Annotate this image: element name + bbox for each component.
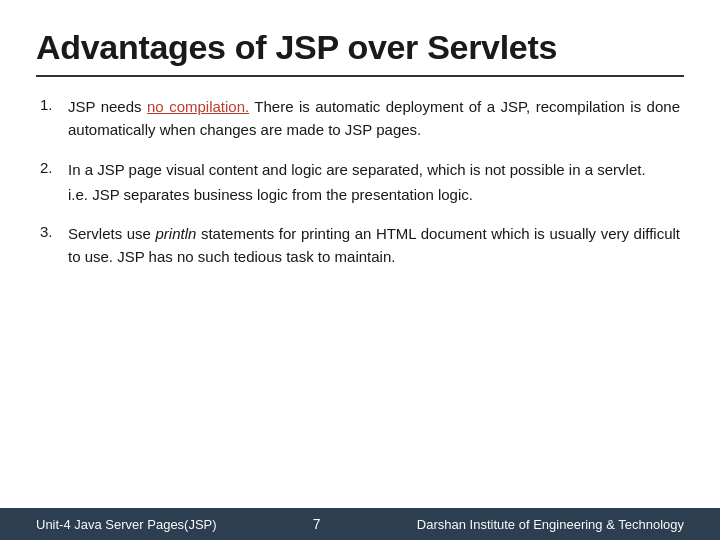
- footer-right: Darshan Institute of Engineering & Techn…: [417, 517, 684, 532]
- footer-center: 7: [313, 516, 321, 532]
- slide-title: Advantages of JSP over Servlets: [36, 28, 684, 67]
- list-text-3: Servlets use println statements for prin…: [68, 222, 680, 269]
- footer-left: Unit-4 Java Server Pages(JSP): [36, 517, 217, 532]
- list-text-2: In a JSP page visual content and logic a…: [68, 158, 646, 207]
- content-area: 1. JSP needs no compilation. There is au…: [36, 95, 684, 540]
- list-item: 1. JSP needs no compilation. There is au…: [40, 95, 680, 142]
- list-number-2: 2.: [40, 158, 68, 176]
- no-compilation-link: no compilation.: [147, 98, 249, 115]
- list-number-1: 1.: [40, 95, 68, 113]
- list-item: 3. Servlets use println statements for p…: [40, 222, 680, 269]
- slide-container: Advantages of JSP over Servlets 1. JSP n…: [0, 0, 720, 540]
- footer: Unit-4 Java Server Pages(JSP) 7 Darshan …: [0, 508, 720, 540]
- list-text-1: JSP needs no compilation. There is autom…: [68, 95, 680, 142]
- list-number-3: 3.: [40, 222, 68, 240]
- println-italic: println: [155, 225, 196, 242]
- sub-item-2: i.e. JSP separates business logic from t…: [68, 183, 646, 206]
- list-item: 2. In a JSP page visual content and logi…: [40, 158, 680, 207]
- title-section: Advantages of JSP over Servlets: [36, 28, 684, 77]
